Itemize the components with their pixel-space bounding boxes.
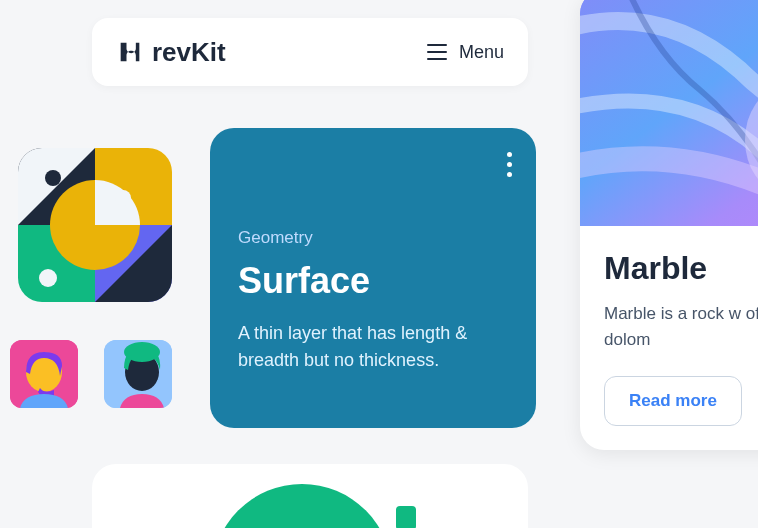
avatar-blue[interactable]	[104, 340, 172, 408]
marble-content: Marble Marble is a rock w of calcite or …	[580, 226, 758, 450]
marble-description: Marble is a rock w of calcite or dolom	[604, 301, 758, 352]
card-category: Geometry	[238, 228, 508, 248]
read-more-button[interactable]: Read more	[604, 376, 742, 426]
marble-title: Marble	[604, 250, 758, 287]
svg-point-9	[39, 269, 57, 287]
card-description: A thin layer that has length & breadth b…	[238, 320, 508, 374]
hamburger-icon	[427, 44, 447, 60]
svg-point-5	[45, 170, 61, 186]
more-vertical-icon[interactable]	[507, 152, 512, 177]
marble-card[interactable]: Marble Marble is a rock w of calcite or …	[580, 0, 758, 450]
green-circle-graphic	[212, 484, 392, 528]
geometric-art-card[interactable]	[18, 148, 172, 302]
svg-point-7	[115, 190, 131, 206]
header-bar: revKit Menu	[92, 18, 528, 86]
marble-image	[580, 0, 758, 226]
avatar-pink[interactable]	[10, 340, 78, 408]
menu-label: Menu	[459, 42, 504, 63]
logo-text: revKit	[152, 37, 226, 68]
logo[interactable]: revKit	[116, 37, 226, 68]
menu-button[interactable]: Menu	[427, 42, 504, 63]
green-accent-graphic	[396, 506, 416, 528]
logo-icon	[116, 38, 144, 66]
svg-point-14	[124, 342, 160, 362]
card-title: Surface	[238, 260, 508, 302]
surface-card[interactable]: Geometry Surface A thin layer that has l…	[210, 128, 536, 428]
bottom-card[interactable]	[92, 464, 528, 528]
